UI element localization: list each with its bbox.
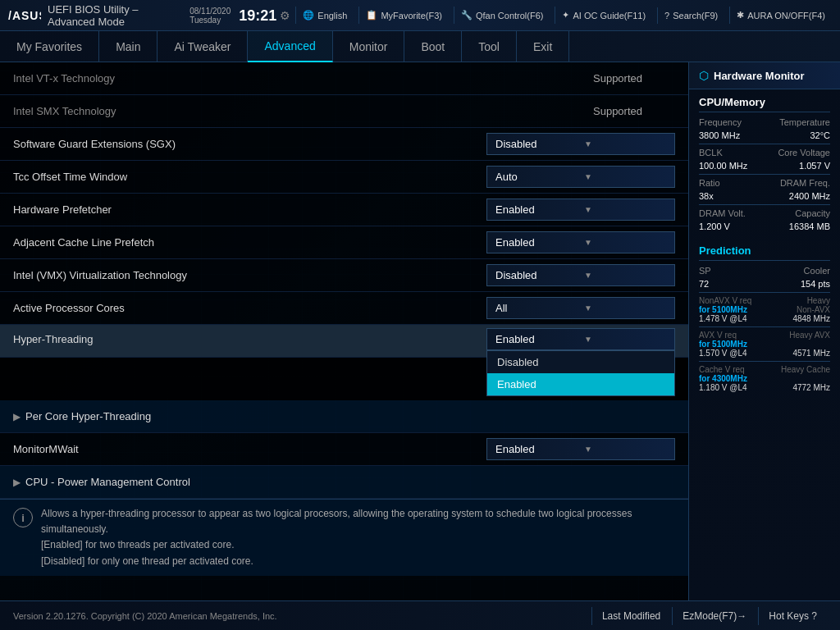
sp-value: 72 — [699, 279, 709, 289]
setting-monitormwait: MonitorMWait Enabled ▼ — [0, 433, 688, 466]
cpu-power-arrow: ▶ — [13, 477, 21, 488]
tcc-label: Tcc Offset Time Window — [13, 164, 486, 189]
option-disabled[interactable]: Disabled — [487, 351, 674, 373]
active-cores-label: Active Processor Cores — [13, 295, 486, 321]
sgx-dropdown[interactable]: Disabled ▼ — [486, 133, 675, 155]
qfan-button[interactable]: 🔧 Qfan Control(F6) — [454, 7, 550, 24]
setting-hw-prefetcher: Hardware Prefetcher Enabled ▼ — [0, 194, 688, 226]
hyper-threading-label: Hyper-Threading — [13, 325, 486, 352]
setting-intel-smx: Intel SMX Technology Supported — [0, 95, 688, 128]
active-cores-value: All — [495, 302, 578, 314]
adjacent-cache-label: Adjacent Cache Line Prefetch — [13, 230, 486, 255]
ez-mode-button[interactable]: EzMode(F7)→ — [672, 607, 756, 625]
qfan-label: Qfan Control(F6) — [476, 11, 544, 21]
hw-prefetcher-label: Hardware Prefetcher — [13, 197, 486, 222]
info-bar: i Allows a hyper-threading processor to … — [0, 499, 688, 576]
setting-per-core-ht[interactable]: ▶ Per Core Hyper-Threading — [0, 400, 688, 433]
ratio-value-row: 38x 2400 MHz — [699, 191, 830, 201]
nonavx-type-sub-label: Non-AVX — [797, 305, 830, 314]
cpu-memory-title: CPU/Memory — [699, 96, 830, 112]
aioc-button[interactable]: ✦ AI OC Guide(F11) — [555, 7, 652, 24]
footer-buttons: Last Modified EzMode(F7)→ Hot Keys ? — [591, 607, 827, 625]
cooler-value: 154 pts — [801, 279, 830, 289]
adjacent-cache-value: Enabled — [495, 236, 578, 249]
dram-freq-label: DRAM Freq. — [780, 178, 830, 188]
dram-volt-value-row: 1.200 V 16384 MB — [699, 221, 830, 231]
vmx-label: Intel (VMX) Virtualization Technology — [13, 262, 486, 288]
hyper-threading-dropdown[interactable]: Enabled ▼ — [486, 328, 675, 350]
nav-tabs: My Favorites Main Ai Tweaker Advanced Mo… — [0, 31, 840, 62]
bclk-row: BCLK Core Voltage — [699, 148, 830, 158]
tcc-dropdown[interactable]: Auto ▼ — [486, 166, 675, 188]
tab-main[interactable]: Main — [99, 31, 158, 62]
cache-type-label: Heavy Cache — [781, 365, 830, 374]
vmx-value: Disabled — [495, 269, 578, 281]
content-area: Intel VT-x Technology Supported Intel SM… — [0, 62, 840, 600]
language-button[interactable]: 🌐 English — [295, 7, 354, 24]
hw-monitor-panel: ⬡ Hardware Monitor CPU/Memory Frequency … — [688, 62, 840, 600]
sp-label: SP — [699, 266, 711, 276]
myfavorite-button[interactable]: 📋 MyFavorite(F3) — [358, 7, 449, 24]
hw-prefetcher-arrow: ▼ — [584, 205, 666, 214]
monitormwait-value: Enabled — [495, 443, 578, 455]
avx-row: AVX V req Heavy AVX for 5100MHz 1.570 V … — [699, 331, 830, 358]
hot-keys-button[interactable]: Hot Keys ? — [758, 607, 827, 625]
adjacent-cache-dropdown[interactable]: Enabled ▼ — [486, 231, 675, 253]
setting-cpu-power[interactable]: ▶ CPU - Power Management Control — [0, 466, 688, 499]
sgx-value: Disabled — [495, 138, 578, 150]
aioc-label: AI OC Guide(F11) — [573, 11, 646, 21]
bclk-value-row: 100.00 MHz 1.057 V — [699, 161, 830, 171]
bclk-value: 100.00 MHz — [699, 161, 747, 171]
intel-vtx-label: Intel VT-x Technology — [13, 66, 593, 91]
ratio-value: 38x — [699, 191, 714, 201]
tab-my-favorites[interactable]: My Favorites — [0, 31, 99, 62]
bclk-label: BCLK — [699, 148, 723, 158]
cache-req-label: Cache V req — [699, 365, 745, 374]
main-panel: Intel VT-x Technology Supported Intel SM… — [0, 62, 688, 600]
core-voltage-label: Core Voltage — [778, 148, 830, 158]
search-label: Search(F9) — [673, 11, 718, 21]
tab-ai-tweaker[interactable]: Ai Tweaker — [158, 31, 248, 62]
avx-type-label: Heavy AVX — [789, 331, 830, 340]
settings-icon[interactable]: ⚙ — [280, 9, 290, 22]
hw-prefetcher-dropdown[interactable]: Enabled ▼ — [486, 199, 675, 221]
tab-monitor[interactable]: Monitor — [333, 31, 405, 62]
avx-v-value: 1.570 V @L4 — [699, 349, 747, 358]
vmx-dropdown[interactable]: Disabled ▼ — [486, 264, 675, 286]
aioc-icon: ✦ — [562, 10, 569, 21]
option-enabled[interactable]: Enabled — [487, 373, 674, 395]
search-button[interactable]: ? Search(F9) — [657, 7, 724, 24]
language-icon: 🌐 — [303, 10, 314, 21]
nonavx-req-label: NonAVX V req — [699, 296, 751, 305]
cache-for-label: for 4300MHz — [699, 374, 747, 383]
tcc-value: Auto — [495, 171, 578, 183]
avx-for-label: for 5100MHz — [699, 340, 747, 349]
hw-monitor-title: Hardware Monitor — [714, 70, 805, 82]
dram-volt-value: 1.200 V — [699, 221, 730, 231]
cooler-label: Cooler — [804, 266, 830, 276]
avx-freq-value: 4571 MHz — [792, 349, 830, 358]
per-core-ht-arrow: ▶ — [13, 411, 21, 422]
adjacent-cache-arrow: ▼ — [584, 238, 666, 247]
header-date: 08/11/2020 — [189, 7, 231, 16]
monitormwait-dropdown[interactable]: Enabled ▼ — [486, 438, 675, 460]
last-modified-button[interactable]: Last Modified — [591, 607, 670, 625]
aura-button[interactable]: ✱ AURA ON/OFF(F4) — [729, 7, 832, 24]
tab-tool[interactable]: Tool — [462, 31, 517, 62]
tab-advanced[interactable]: Advanced — [248, 31, 332, 62]
hyper-threading-value: Enabled — [495, 333, 578, 345]
sgx-arrow: ▼ — [584, 139, 666, 148]
setting-active-cores: Active Processor Cores All ▼ — [0, 292, 688, 325]
tab-boot[interactable]: Boot — [404, 31, 462, 62]
nonavx-v-value: 1.478 V @L4 — [699, 314, 747, 323]
language-label: English — [317, 11, 347, 21]
qfan-icon: 🔧 — [461, 10, 472, 21]
nonavx-for-label: for 5100MHz — [699, 305, 747, 314]
active-cores-dropdown[interactable]: All ▼ — [486, 297, 675, 319]
footer-version: Version 2.20.1276. Copyright (C) 2020 Am… — [13, 611, 277, 621]
monitormwait-arrow: ▼ — [584, 445, 666, 454]
tab-exit[interactable]: Exit — [517, 31, 569, 62]
frequency-row: Frequency Temperature — [699, 117, 830, 127]
capacity-label: Capacity — [795, 208, 830, 218]
setting-vmx: Intel (VMX) Virtualization Technology Di… — [0, 259, 688, 292]
